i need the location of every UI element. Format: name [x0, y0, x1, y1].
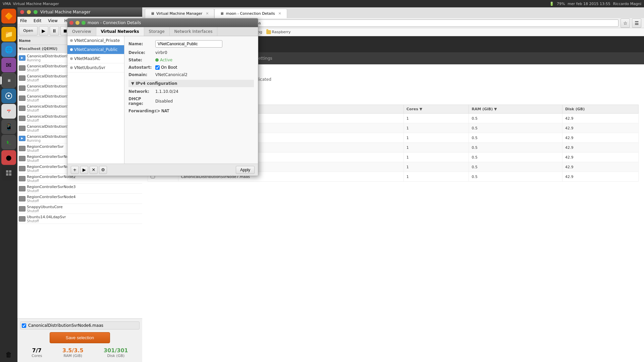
toolbar-run-btn[interactable]: ▶ — [39, 26, 48, 36]
vm-name-ubuntu-ldap: Ubuntu14.04LdapSvr — [27, 215, 141, 219]
topbar-right: 🔋 79% mer feb 18 2015 13:55 Riccardo Mag… — [549, 2, 641, 6]
vm-icon-region-svr — [19, 146, 25, 151]
conn-settings-btn[interactable]: ⚙ — [99, 166, 107, 174]
conn-tab-virtual-networks[interactable]: Virtual Networks — [96, 27, 144, 36]
vmm-save-selection-btn[interactable]: Save selection — [50, 332, 110, 343]
tab-close-icon[interactable]: ✕ — [206, 11, 209, 16]
menu-view[interactable]: View — [47, 18, 59, 24]
conn-tabs: Overview Virtual Networks Storage Networ… — [67, 27, 258, 36]
conn-tab-network-interfaces[interactable]: Network Interfaces — [170, 27, 218, 36]
launcher-ubuntu-one[interactable] — [1, 88, 16, 103]
conn-forwarding-label: Forwarding: — [128, 109, 155, 113]
maas-table-col-ram[interactable]: RAM (GiB) ▼ — [469, 105, 562, 114]
maas-table-col-disk: Disk (GB) — [562, 105, 639, 114]
svg-point-1 — [8, 95, 10, 97]
conn-min-btn[interactable] — [75, 21, 79, 25]
conn-state-active: Active — [155, 58, 172, 62]
maas-node4-cores: 1 — [404, 143, 469, 153]
launcher-trash[interactable]: 🗑 — [1, 347, 16, 362]
vm-icon-shutoff — [19, 65, 25, 71]
vm-item-region-node3[interactable]: RegionControllerSvrNode3 Shutoff — [17, 184, 142, 194]
maas-table-col-cores[interactable]: Cores ▼ — [404, 105, 469, 114]
conn-apply-btn[interactable]: Apply — [236, 166, 255, 174]
vmm-node6-checkbox[interactable] — [22, 323, 26, 328]
browser-tab-vmm[interactable]: 🖥 Virtual Machine Manager ✕ — [145, 9, 214, 18]
conn-dialog: moon - Connection Details Overview Virtu… — [67, 18, 258, 176]
vmm-min-btn[interactable] — [27, 10, 31, 14]
tab-moon-close-icon[interactable]: ✕ — [278, 11, 281, 16]
vmm-cores-total: 7 — [38, 347, 42, 354]
conn-forwarding-row: Forwarding: NAT — [128, 109, 254, 113]
vm-icon-node1 — [19, 75, 25, 81]
battery-level: 79% — [557, 2, 565, 6]
conn-max-btn[interactable] — [82, 21, 86, 25]
vnet-item-canonical-private[interactable]: VNetCanonical_Private — [67, 36, 124, 45]
vnet-label-private: VNetCanonical_Private — [74, 38, 120, 43]
vnet-item-ubuntu-svr[interactable]: VNetUbuntuSvr — [67, 63, 124, 72]
vma-icon: VMA — [3, 2, 11, 6]
vmm-cores-value: 7/7 — [32, 347, 42, 354]
conn-start-btn[interactable]: ▶ — [80, 166, 88, 174]
ipv4-config-header[interactable]: ▼ IPv4 configuration — [128, 80, 254, 87]
conn-tab-storage[interactable]: Storage — [144, 27, 170, 36]
conn-footer-buttons: + ▶ ✕ ⚙ — [71, 166, 107, 174]
conn-title: moon - Connection Details — [88, 20, 141, 25]
maas-node6-cores: 1 — [404, 162, 469, 172]
vm-status-snappy: Shutoff — [27, 209, 141, 213]
conn-autostart-checkbox[interactable] — [155, 65, 160, 70]
vm-item-snappy[interactable]: SnappyUbuntuCore Shutoff — [17, 204, 142, 214]
vmm-ram-total: 3.5 — [74, 347, 83, 354]
conn-stop-btn[interactable]: ✕ — [90, 166, 98, 174]
browser-tab-vmm-label: Virtual Machine Manager — [156, 11, 202, 16]
vm-status-region-node4: Shutoff — [27, 199, 141, 203]
conn-state-label: State: — [128, 58, 155, 62]
launcher-app1[interactable]: ● — [1, 150, 16, 165]
vm-item-region-node4[interactable]: RegionControllerSvrNode4 Shutoff — [17, 194, 142, 204]
menu-edit[interactable]: Edit — [32, 18, 43, 24]
maas-node3-disk: 42.9 — [562, 133, 639, 143]
launcher-terminal[interactable]: $_ — [1, 135, 16, 149]
vm-item-ubuntu-ldap[interactable]: Ubuntu14.04LdapSvr Shutoff — [17, 214, 142, 224]
launcher-calendar[interactable]: 📅 — [1, 104, 16, 119]
launcher-phone[interactable]: 📱 — [1, 119, 16, 134]
launcher-virt-manager[interactable]: 🖥 — [1, 73, 16, 88]
bookmark-raspberry[interactable]: Raspberry — [266, 30, 291, 34]
conn-state-value: Active — [160, 58, 172, 62]
vm-icon-node5 — [19, 116, 25, 121]
vmm-ram-label: RAM (GiB) — [62, 354, 84, 358]
maas-node4-ram: 0.5 — [469, 143, 562, 153]
launcher-files[interactable]: 📁 — [1, 27, 16, 42]
toolbar-pause-btn[interactable]: ⏸ — [50, 26, 59, 36]
vnet-item-maas-rc[interactable]: VNetMaaSRC — [67, 54, 124, 63]
forwarding-icon — [155, 109, 160, 113]
conn-autostart-row: Autostart: On Boot — [128, 65, 254, 70]
vmm-checkbox-row: CanonicalDistributionSvrNode6.maas — [20, 321, 140, 329]
maas-node5-cores: 1 — [404, 153, 469, 162]
topbar-datetime: mer feb 18 2015 13:55 — [568, 2, 610, 6]
conn-tab-overview[interactable]: Overview — [67, 27, 96, 36]
browser-menu-btn[interactable]: ☰ — [632, 18, 641, 28]
launcher-email[interactable]: ✉ — [1, 58, 16, 72]
vmm-close-btn[interactable] — [20, 10, 24, 14]
launcher-app2[interactable] — [1, 166, 16, 180]
vm-info-region-node4: RegionControllerSvrNode4 Shutoff — [27, 195, 141, 203]
menu-file[interactable]: File — [19, 18, 28, 24]
topbar-left: VMA Virtual Machine Manager — [3, 2, 59, 6]
vm-icon-node7-running: ▶ — [19, 136, 25, 141]
conn-domain-label: Domain: — [128, 72, 155, 77]
bookmark-raspberry-label: Raspberry — [272, 30, 291, 34]
vnet-item-canonical-public[interactable]: VNetCanonical_Public — [67, 45, 124, 54]
conn-close-btn[interactable] — [69, 21, 73, 25]
launcher-browser[interactable]: 🌐 — [1, 42, 16, 57]
vmm-cores-used: 7 — [32, 347, 36, 354]
conn-state-row: State: Active — [128, 58, 254, 62]
vmm-max-btn[interactable] — [34, 10, 38, 14]
launcher: 🔶 📁 🌐 ✉ 🖥 📅 📱 $_ ● 🗑 — [0, 7, 17, 362]
browser-tab-moon[interactable]: 🖥 moon - Connection Details ✕ — [214, 9, 287, 18]
vmm-cores-stat: 7/7 Cores — [32, 347, 42, 358]
conn-name-input[interactable] — [155, 40, 222, 48]
toolbar-open-btn[interactable]: Open — [19, 26, 38, 36]
browser-bookmark-btn[interactable]: ☆ — [621, 18, 630, 28]
conn-add-btn[interactable]: + — [71, 166, 79, 174]
launcher-ubuntu[interactable]: 🔶 — [1, 9, 16, 23]
